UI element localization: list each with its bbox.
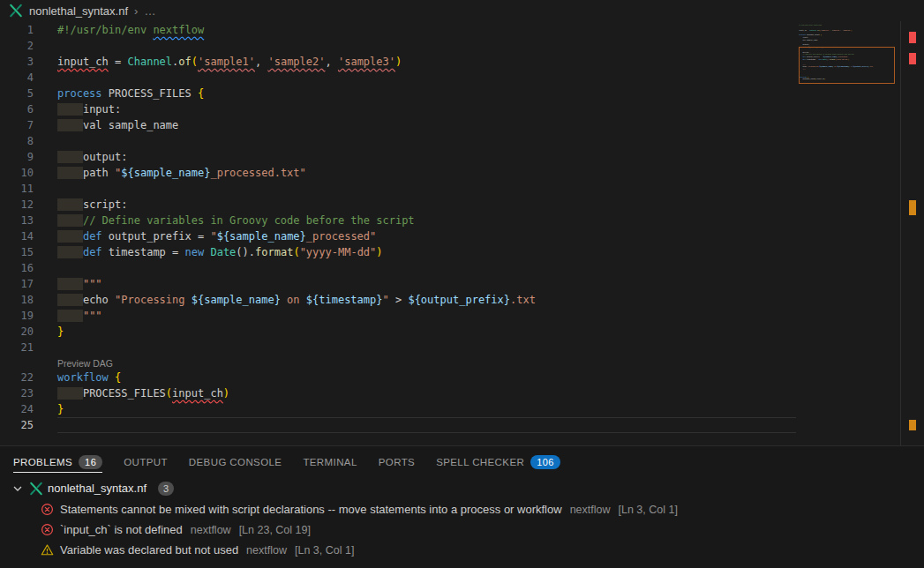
panel-tab-output[interactable]: OUTPUT	[124, 446, 168, 477]
problem-item[interactable]: `input_ch` is not definednextflow[Ln 23,…	[0, 519, 924, 540]
line-number[interactable]: 12	[0, 197, 34, 213]
line-number[interactable]: 20	[0, 324, 34, 340]
code-token: _processed"	[306, 230, 376, 243]
panel-tab-ports[interactable]: PORTS	[379, 446, 415, 477]
line-number[interactable]: 15	[0, 244, 34, 260]
breadcrumb: nonlethal_syntax.nf › …	[0, 0, 924, 21]
problem-location: [Ln 3, Col 1]	[295, 544, 354, 557]
code-text[interactable]: #!/usr/bin/env nextflow	[57, 22, 796, 38]
overview-ruler[interactable]	[900, 21, 924, 445]
code-text[interactable]: val sample_name	[57, 117, 796, 133]
code-token: ,	[255, 56, 267, 68]
problem-item[interactable]: Variable was declared but not usednextfl…	[0, 540, 924, 560]
line-number[interactable]: 24	[0, 401, 34, 417]
line-number[interactable]: 22	[0, 370, 34, 385]
line-number[interactable]: 14	[0, 228, 34, 244]
minimap[interactable]: #!/usr/bin/env nextflowinput_ch = Channe…	[799, 24, 898, 98]
code-token: format	[255, 246, 293, 258]
codelens-preview-dag[interactable]: Preview DAG	[57, 358, 113, 369]
code-line: 25	[0, 417, 796, 433]
code-line: 1#!/usr/bin/env nextflow	[0, 22, 796, 38]
code-text[interactable]	[57, 417, 796, 433]
code-text[interactable]	[57, 260, 796, 276]
code-text[interactable]: // Define variables in Groovy code befor…	[57, 213, 796, 228]
code-token: )	[395, 56, 402, 68]
code-text[interactable]: }	[57, 401, 796, 417]
line-number[interactable]: 21	[0, 340, 34, 355]
code-token: on	[281, 294, 306, 306]
line-number[interactable]: 7	[0, 117, 34, 133]
panel-tab-spell-checker[interactable]: SPELL CHECKER106	[436, 446, 560, 477]
code-text[interactable]: input:	[57, 101, 796, 117]
breadcrumb-filename[interactable]: nonlethal_syntax.nf	[29, 4, 128, 18]
line-number[interactable]: 16	[0, 260, 34, 276]
line-number[interactable]: 8	[0, 133, 34, 149]
code-text[interactable]: def timestamp = new Date().format("yyyy-…	[57, 244, 796, 260]
code-text[interactable]: script:	[57, 197, 796, 213]
line-number[interactable]: 19	[0, 308, 34, 324]
code-text[interactable]: path "${sample_name}_processed.txt"	[57, 165, 796, 181]
code-text[interactable]: process PROCESS_FILES {	[57, 86, 796, 101]
panel-tab-terminal[interactable]: TERMINAL	[303, 446, 357, 477]
code-text[interactable]	[57, 340, 796, 355]
code-line: 8	[0, 133, 796, 149]
code-text[interactable]	[57, 70, 796, 86]
line-number[interactable]: 9	[0, 149, 34, 165]
problems-file-row[interactable]: nonlethal_syntax.nf 3	[0, 477, 924, 499]
code-token: val	[83, 119, 109, 131]
code-text[interactable]: echo "Processing ${sample_name} on ${tim…	[57, 292, 796, 308]
code-text[interactable]: PROCESS_FILES(input_ch)	[57, 385, 796, 401]
line-number[interactable]: 4	[0, 70, 34, 86]
code-token: sample_name	[109, 119, 178, 131]
line-number[interactable]: 23	[0, 385, 34, 401]
line-number[interactable]: 1	[0, 22, 34, 38]
minimap-line	[799, 83, 898, 86]
line-number[interactable]: 18	[0, 292, 34, 308]
code-token: ${sample_name}	[217, 230, 306, 243]
code-text[interactable]	[57, 181, 796, 197]
code-token: ${timestamp}	[306, 294, 383, 306]
code-line: 18 echo "Processing ${sample_name} on ${…	[0, 292, 796, 308]
panel-tab-debug-console[interactable]: DEBUG CONSOLE	[189, 446, 282, 477]
line-number[interactable]: 17	[0, 276, 34, 292]
code-text[interactable]: input_ch = Channel.of('sample1', 'sample…	[57, 54, 796, 70]
code-token: input_ch	[172, 387, 223, 400]
problem-message: Statements cannot be mixed with script d…	[60, 503, 562, 516]
vscode-window: nonlethal_syntax.nf › … 1#!/usr/bin/env …	[0, 0, 924, 568]
line-number[interactable]: 11	[0, 181, 34, 197]
code-text[interactable]: """	[57, 308, 796, 324]
line-number[interactable]: 3	[0, 54, 34, 70]
code-line: 7 val sample_name	[0, 117, 796, 133]
code-token: >	[389, 294, 409, 306]
chevron-down-icon[interactable]	[11, 482, 25, 496]
line-number[interactable]: 10	[0, 165, 34, 181]
line-number[interactable]: 25	[0, 417, 34, 433]
line-number[interactable]: 5	[0, 86, 34, 101]
line-number[interactable]: 6	[0, 101, 34, 117]
code-line: 2	[0, 38, 796, 54]
code-text[interactable]: output:	[57, 149, 796, 165]
code-line: 20}	[0, 324, 796, 340]
code-text[interactable]: workflow {	[57, 370, 796, 385]
problems-list: Statements cannot be mixed with script d…	[0, 499, 924, 560]
code-text[interactable]	[57, 133, 796, 149]
code-token: echo	[83, 294, 115, 306]
code-text[interactable]: }	[57, 324, 796, 340]
code-line: 17 """	[0, 276, 796, 292]
code-token: output:	[83, 151, 128, 163]
breadcrumb-ellipsis[interactable]: …	[144, 4, 155, 18]
code-text[interactable]: def output_prefix = "${sample_name}_proc…	[57, 228, 796, 244]
code-text[interactable]	[57, 38, 796, 54]
line-number[interactable]: 13	[0, 213, 34, 228]
code-text[interactable]: """	[57, 276, 796, 292]
code-line: 19 """	[0, 308, 796, 324]
code-token: of	[178, 56, 191, 68]
line-number[interactable]: 2	[0, 38, 34, 54]
code-token: input_ch	[57, 56, 109, 68]
code-line: 9 output:	[0, 149, 796, 165]
problem-item[interactable]: Statements cannot be mixed with script d…	[0, 499, 924, 519]
code-token	[57, 278, 83, 290]
code-line: 14 def output_prefix = "${sample_name}_p…	[0, 228, 796, 244]
code-token: def	[83, 230, 109, 243]
panel-tab-problems[interactable]: PROBLEMS16	[13, 446, 102, 477]
